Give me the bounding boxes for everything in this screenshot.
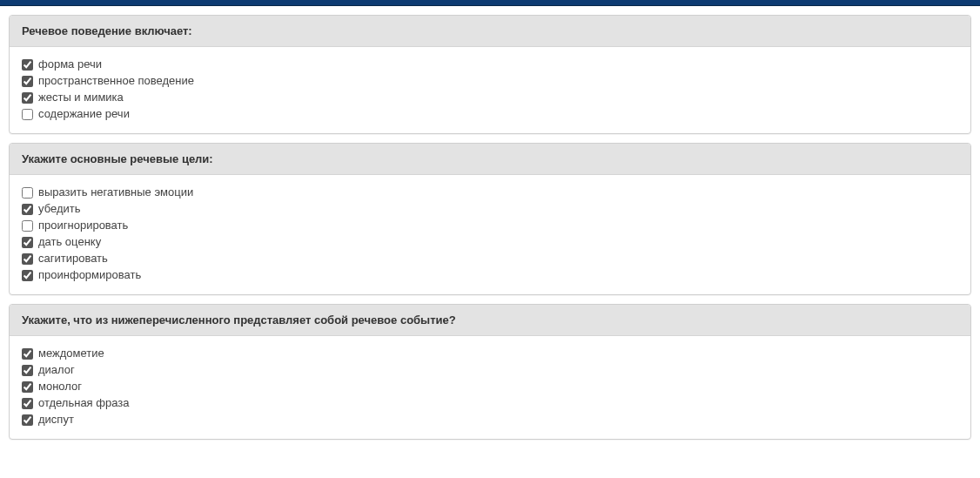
option-item: форма речи [22,57,958,72]
option-label: жесты и мимика [38,90,124,105]
options-list: междометие диалог монолог отдельная фраз… [10,336,970,439]
option-label: междометие [38,346,104,361]
option-checkbox[interactable] [22,187,33,199]
option-checkbox[interactable] [22,204,33,215]
option-label: монолог [38,379,82,394]
option-checkbox[interactable] [22,414,33,426]
option-checkbox[interactable] [22,270,33,281]
option-label: содержание речи [38,106,130,122]
option-checkbox[interactable] [22,109,33,120]
option-checkbox[interactable] [22,59,33,71]
option-item: проигнорировать [22,218,958,233]
question-block: Укажите, что из нижеперечисленного предс… [9,304,971,440]
option-checkbox[interactable] [22,76,33,87]
option-label: форма речи [38,57,102,72]
option-item: сагитировать [22,251,958,266]
option-label: отдельная фраза [38,395,129,411]
option-item: жесты и мимика [22,90,958,105]
option-checkbox[interactable] [22,348,33,360]
option-item: дать оценку [22,234,958,250]
option-item: отдельная фраза [22,395,958,411]
option-checkbox[interactable] [22,381,33,393]
option-item: проинформировать [22,267,958,283]
question-title: Укажите основные речевые цели: [10,144,970,175]
option-checkbox[interactable] [22,253,33,265]
option-item: содержание речи [22,106,958,122]
option-label: проигнорировать [38,218,128,233]
option-label: дать оценку [38,234,101,250]
option-label: диспут [38,412,74,428]
option-label: убедить [38,201,80,217]
question-block: Речевое поведение включает: форма речи п… [9,15,971,134]
option-item: выразить негативные эмоции [22,185,958,200]
option-item: убедить [22,201,958,217]
option-label: выразить негативные эмоции [38,185,193,200]
option-checkbox[interactable] [22,398,33,409]
question-title: Речевое поведение включает: [10,16,970,47]
top-nav-bar [0,0,980,6]
option-label: сагитировать [38,251,108,266]
option-item: диспут [22,412,958,428]
option-checkbox[interactable] [22,220,33,232]
option-item: монолог [22,379,958,394]
option-checkbox[interactable] [22,92,33,104]
option-item: междометие [22,346,958,361]
option-label: пространственное поведение [38,73,194,89]
options-list: форма речи пространственное поведение же… [10,47,970,133]
question-block: Укажите основные речевые цели: выразить … [9,143,971,295]
question-title: Укажите, что из нижеперечисленного предс… [10,305,970,336]
page-content: Речевое поведение включает: форма речи п… [0,15,980,452]
option-label: диалог [38,362,75,378]
option-item: диалог [22,362,958,378]
option-item: пространственное поведение [22,73,958,89]
options-list: выразить негативные эмоции убедить проиг… [10,175,970,294]
option-checkbox[interactable] [22,237,33,248]
option-label: проинформировать [38,267,141,283]
option-checkbox[interactable] [22,365,33,376]
